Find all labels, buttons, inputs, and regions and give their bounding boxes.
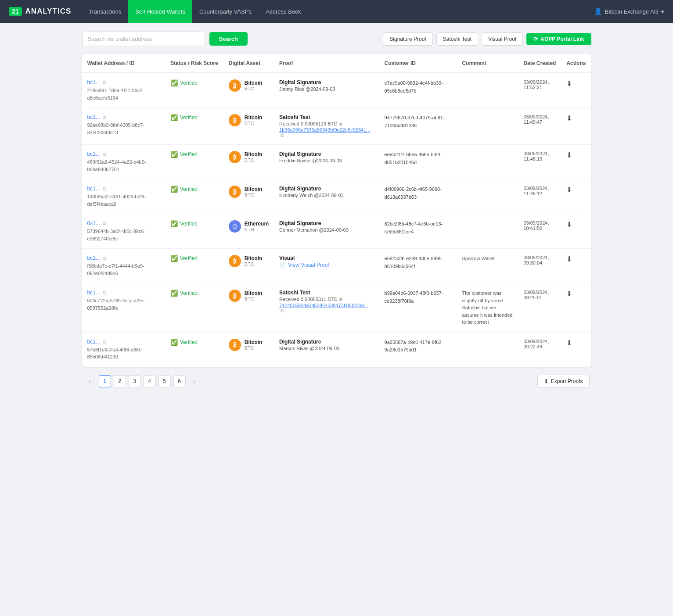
pagination-page-6[interactable]: 6 [173,375,186,387]
wallet-address-link[interactable]: bc1... [87,79,100,86]
status-label: Verified [180,80,198,86]
copy-icon[interactable]: ⧉ [103,186,106,191]
wallet-address-link[interactable]: bc1... [87,114,100,120]
download-button[interactable]: ⬇ [566,220,572,229]
proof-type-label: Digital Signature [279,186,374,192]
proof-cell: Visual 📄 View Visual Proof [274,249,379,283]
search-button[interactable]: Search [209,32,248,46]
wallet-address-link[interactable]: bc1... [87,255,100,261]
customer-id-value: b99a04b6-0037-48f0-b657-ce9238f70f8a [385,290,452,305]
table-footer: ‹ 1 2 3 4 5 6 › ⬇ Export Proofs [82,375,591,388]
wallets-table: Wallet Address / ID Status / Risk Score … [82,54,591,367]
customer-id-cell: 9a25587a-b9c6-417e-9f62-9a28d1579dd1 [379,332,457,367]
nav-address-book[interactable]: Address Book [259,0,308,23]
status-label: Verified [180,151,198,158]
wallet-address-link[interactable]: bc1... [87,151,100,157]
proof-type-label: Digital Signature [279,339,374,345]
asset-name: Ethereum [245,221,269,227]
proof-type-label: Visual [279,255,374,261]
pagination-next[interactable]: › [188,375,201,387]
copy-link-icon[interactable]: ⧉ [281,308,284,313]
wallet-address-link[interactable]: bc1... [87,339,100,345]
date-value: 03/09/2024,11:48:13 [523,151,556,161]
asset-name: Bitcoin [245,151,263,158]
download-button[interactable]: ⬇ [566,114,572,122]
copy-icon[interactable]: ⧉ [103,221,106,226]
customer-id-value: 94779870-97b3-4079-ab61-71008d481238 [385,114,452,129]
top-navigation: 21 ANALYTICS Transactions Self-Hosted Wa… [0,0,673,23]
satoshi-test-button[interactable]: Satoshi Test [436,32,478,46]
pagination-prev[interactable]: ‹ [84,375,96,387]
comment-value: Sparrow Wallet [462,255,513,262]
copy-icon[interactable]: ⧉ [103,115,106,120]
proof-type-label: Satoshi Test [279,290,374,296]
status-cell: ✅ Verified [165,332,223,367]
pagination-page-5[interactable]: 5 [158,375,171,387]
copy-icon[interactable]: ⧉ [103,255,106,261]
copy-icon[interactable]: ⧉ [103,290,106,295]
customer-id-cell: d4f00960-2c6b-4f65-9698-d613a6337b63 [379,179,457,214]
status-label: Verified [180,290,198,296]
wallet-address-link[interactable]: 0x1... [87,220,100,226]
wallet-address-cell: bc1... ⧉ 21f9c991-188a-4f71-b0c2-a8e8aef… [82,73,166,108]
wallet-id: 92be68b3-8fbf-4005-b8c7-33f42834d313 [87,122,160,136]
wallet-address-cell: bc1... ⧉ 500c772a-5789-4ccc-a2fe-0597552… [82,283,166,333]
copy-icon[interactable]: ⧉ [103,80,106,85]
proof-tx-link[interactable]: 7124805934e3d52864589473f19023b9... [279,303,368,308]
verified-icon: ✅ [170,151,178,158]
download-button[interactable]: ⬇ [566,290,572,298]
col-actions: Actions [561,54,591,73]
date-cell: 03/09/2024,11:46:12 [518,179,561,214]
download-button[interactable]: ⬇ [566,339,572,347]
visual-proof-button[interactable]: Visual Proof [482,32,523,46]
proof-link-row: 1b36a096a7336a86343bf9a22e6c02341... ⧉ [279,127,374,138]
pagination-page-2[interactable]: 2 [114,375,126,387]
copy-link-icon[interactable]: ⧉ [281,133,284,138]
download-button[interactable]: ⬇ [566,186,572,194]
signature-proof-button[interactable]: Signature Proof [383,32,432,46]
date-cell: 03/09/2024,11:49:47 [518,108,561,145]
download-button[interactable]: ⬇ [566,79,572,88]
asset-name: Bitcoin [245,186,263,192]
date-value: 03/09/2024,09:25:01 [523,290,556,300]
pagination-page-3[interactable]: 3 [129,375,141,387]
nav-self-hosted-wallets[interactable]: Self-Hosted Wallets [128,0,192,23]
wallet-address-cell: bc1... ⧉ 469f62a2-4524-4a22-b4b0-b88a880… [82,145,166,179]
pagination-page-1[interactable]: 1 [99,375,111,387]
asset-name: Bitcoin [245,290,263,296]
pagination-page-4[interactable]: 4 [144,375,156,387]
copy-icon[interactable]: ⧉ [103,339,106,344]
proof-sub: Received 0.00005311 BTC in [279,297,374,302]
col-wallet-address: Wallet Address / ID [82,54,166,73]
status-label: Verified [180,115,198,121]
wallet-address-link[interactable]: bc1... [87,290,100,296]
verified-icon: ✅ [170,79,178,86]
asset-icon: ₿ [229,186,241,198]
customer-id-cell: 82bc2f8b-48c7-4e6b-be13-fa59c361fee4 [379,214,457,249]
wallet-address-link[interactable]: bc1... [87,186,100,192]
download-button[interactable]: ⬇ [566,151,572,159]
comment-cell [457,179,518,214]
export-proofs-button[interactable]: ⬇ Export Proofs [537,375,590,388]
customer-id-value: eeeb21f1-6bea-468e-8df4-d851b201046d [385,151,452,166]
comment-cell [457,332,518,367]
asset-icon: ₿ [229,290,241,302]
proof-type-label: Digital Signature [279,220,374,226]
user-menu[interactable]: 👤 Bitcoin Exchange AG ▾ [594,7,664,15]
view-visual-proof-link[interactable]: 📄 View Visual Proof [279,262,374,268]
proof-link-row: 7124805934e3d52864589473f19023b9... ⧉ [279,303,374,314]
proof-tx-link[interactable]: 1b36a096a7336a86343bf9a22e6c02341... [279,127,370,133]
search-input[interactable] [82,32,205,46]
date-cell: 03/09/2024,09:22:49 [518,332,561,367]
nav-transactions[interactable]: Transactions [82,0,128,23]
aopp-portal-link-button[interactable]: ⟳ AOPP Portal Link [526,33,591,45]
asset-cell: ₿ Bitcoin BTC [223,283,274,333]
proof-cell: Satoshi Test Received 0.00005311 BTC in … [274,283,379,333]
proof-sub: Jimmy Rios @2024-09-03 [279,86,374,92]
actions-cell: ⬇ [561,249,591,283]
comment-cell [457,214,518,249]
nav-counterparty-vasps[interactable]: Counterparty VASPs [192,0,259,23]
download-button[interactable]: ⬇ [566,255,572,263]
copy-icon[interactable]: ⧉ [103,151,106,157]
customer-id-value: e7ac9a00-9832-4e4f-bb39-05c6b8ed5d7b [385,79,452,95]
